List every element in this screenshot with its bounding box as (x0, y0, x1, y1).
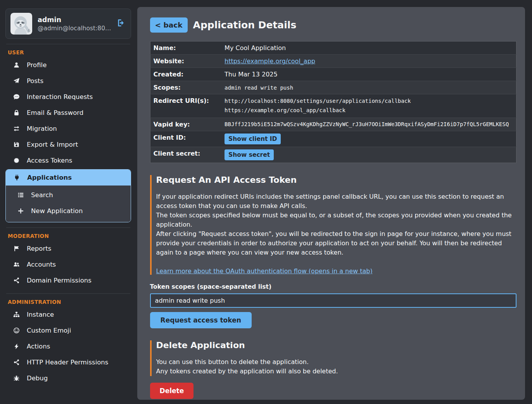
sidebar-item-export-import[interactable]: Export & Import (5, 137, 131, 153)
table-row-client-secret: Client secret: Show secret (150, 147, 516, 163)
request-access-token-button[interactable]: Request access token (150, 312, 252, 328)
sidebar-item-domain-permissions[interactable]: Domain Permissions (5, 272, 131, 288)
sidebar-item-label: Posts (27, 77, 43, 85)
sidebar-item-label: Accounts (27, 261, 56, 268)
users-icon (12, 261, 20, 268)
row-label: Redirect URI(s): (150, 94, 225, 118)
row-value: BBJffJ219b5iE512m7wQSzv4KgKDhgZZVzNyWC_r… (225, 118, 516, 131)
row-label: Website: (150, 55, 225, 68)
sidebar-item-label: Profile (27, 61, 47, 69)
sidebar-item-http-header-permissions[interactable]: HTTP Header Permissions (5, 354, 131, 370)
sidebar-item-custom-emoji[interactable]: Custom Emoji (5, 323, 131, 338)
sitemap-icon (12, 311, 20, 318)
user-meta: admin @admin@localhost:80… (38, 16, 111, 32)
token-scopes-input[interactable] (150, 293, 516, 308)
row-value: Show client ID (225, 131, 516, 147)
sidebar-item-access-tokens[interactable]: Access Tokens (5, 153, 131, 168)
row-label: Client secret: (150, 147, 225, 163)
sidebar-category-moderation: MODERATION (8, 233, 130, 239)
delete-application-section: Delete Application You can use this butt… (150, 340, 516, 376)
flag-icon (12, 245, 20, 252)
lock-icon (12, 109, 20, 116)
table-row-name: Name: My Cool Application (150, 42, 516, 55)
sidebar-category-user: USER (8, 49, 130, 55)
delete-button[interactable]: Delete (150, 383, 194, 399)
divider (6, 227, 130, 228)
plug-icon (13, 174, 21, 181)
sidebar-item-label: Email & Password (27, 109, 83, 116)
sidebar-item-new-application[interactable]: New Application (6, 203, 131, 219)
sidebar-item-accounts[interactable]: Accounts (5, 257, 131, 272)
sidebar-item-label: Interaction Requests (27, 93, 93, 101)
sidebar-item-applications[interactable]: Applications (6, 170, 131, 186)
website-link[interactable]: https://example.org/cool_app (225, 57, 315, 65)
sidebar-item-label: Actions (27, 343, 50, 350)
sidebar-item-label: Migration (27, 125, 57, 132)
share-nodes-icon (12, 359, 20, 366)
section-paragraph: The token scopes specified below must be… (156, 211, 516, 229)
back-button[interactable]: < back (150, 17, 188, 33)
application-details-table: Name: My Cool Application Website: https… (150, 41, 516, 163)
user-handle: @admin@localhost:80… (38, 25, 111, 32)
sidebar-item-actions[interactable]: Actions (5, 338, 131, 354)
table-row-scopes: Scopes: admin read write push (150, 81, 516, 94)
section-heading: Delete Application (156, 340, 516, 350)
sidebar-item-label: Instance (27, 311, 54, 318)
sidebar-item-label: HTTP Header Permissions (27, 359, 108, 366)
section-paragraph: You can use this button to delete the ap… (156, 357, 516, 367)
sidebar-item-profile[interactable]: Profile (5, 57, 131, 73)
sidebar-item-posts[interactable]: Posts (5, 73, 131, 89)
divider (6, 293, 130, 294)
divider (6, 44, 130, 44)
sidebar-item-label: Reports (27, 245, 51, 252)
page-title: Application Details (193, 19, 297, 31)
sidebar-item-label: New Application (31, 207, 83, 215)
list-icon (17, 192, 24, 198)
row-value: http://localhost:8080/settings/user/appl… (225, 94, 516, 118)
plus-icon (17, 208, 24, 214)
show-secret-button[interactable]: Show secret (225, 149, 274, 160)
sidebar-item-label: Search (31, 191, 53, 199)
bolt-icon (12, 343, 20, 350)
request-token-section: Request An API Access Token If your appl… (150, 175, 516, 275)
row-value: https://example.org/cool_app (225, 55, 516, 68)
redirect-uri: https://example.org/cool_app/callback (225, 106, 513, 115)
sidebar-item-debug[interactable]: Debug (5, 370, 131, 386)
face-smile-icon (12, 327, 20, 334)
section-paragraph: After clicking "Request access token", y… (156, 229, 516, 257)
row-value: My Cool Application (225, 42, 516, 55)
applications-sub-list: Search New Application (6, 186, 131, 222)
sidebar-category-administration: ADMINISTRATION (8, 299, 130, 305)
section-paragraph: If your application redirect URIs includ… (156, 192, 516, 211)
show-client-id-button[interactable]: Show client ID (225, 134, 281, 144)
row-label: Name: (150, 42, 225, 55)
redirect-uri: http://localhost:8080/settings/user/appl… (225, 97, 513, 106)
sidebar-item-label: Applications (27, 174, 72, 181)
main-panel: < back Application Details Name: My Cool… (137, 7, 525, 400)
sidebar-item-interaction-requests[interactable]: Interaction Requests (5, 89, 131, 105)
user-card[interactable]: admin @admin@localhost:80… (5, 9, 131, 39)
sidebar-group-applications: Applications Search New Application (5, 169, 131, 222)
table-row-vapid-key: Vapid key: BBJffJ219b5iE512m7wQSzv4KgKDh… (150, 118, 516, 131)
sidebar-item-label: Domain Permissions (27, 277, 92, 284)
oauth-docs-link[interactable]: Learn more about the OAuth authenticatio… (156, 267, 373, 275)
row-label: Client ID: (150, 131, 225, 147)
logout-icon[interactable] (117, 18, 126, 29)
sidebar-item-label: Debug (27, 375, 48, 382)
floppy-disk-icon (12, 141, 20, 148)
row-label: Scopes: (150, 81, 225, 94)
title-row: < back Application Details (150, 17, 516, 33)
table-row-redirect-uris: Redirect URI(s): http://localhost:8080/s… (150, 94, 516, 118)
sidebar-item-label: Custom Emoji (27, 327, 71, 334)
sidebar-item-email-password[interactable]: Email & Password (5, 105, 131, 121)
sidebar-item-search[interactable]: Search (6, 187, 131, 203)
table-row-website: Website: https://example.org/cool_app (150, 55, 516, 68)
sidebar: admin @admin@localhost:80… USER Profile (0, 0, 137, 404)
username: admin (38, 16, 111, 25)
sidebar-item-migration[interactable]: Migration (5, 121, 131, 137)
user-icon (12, 62, 20, 68)
sidebar-item-instance[interactable]: Instance (5, 307, 131, 323)
share-nodes-icon (12, 277, 20, 284)
row-label: Vapid key: (150, 118, 225, 131)
sidebar-item-reports[interactable]: Reports (5, 241, 131, 257)
